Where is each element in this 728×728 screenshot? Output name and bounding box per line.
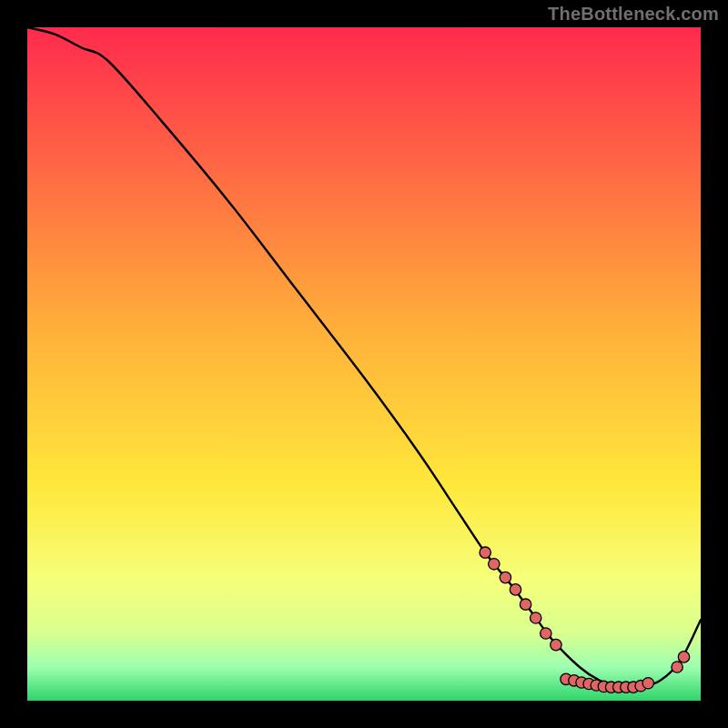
data-marker xyxy=(520,599,531,610)
data-marker xyxy=(642,678,653,689)
data-marker xyxy=(480,547,490,558)
data-marker xyxy=(551,639,561,650)
data-marker xyxy=(510,584,521,595)
data-marker xyxy=(672,662,682,672)
data-marker xyxy=(531,612,541,623)
watermark-text: TheBottleneck.com xyxy=(548,4,719,25)
bottleneck-chart xyxy=(0,0,728,728)
gradient-plot-area xyxy=(27,27,701,701)
data-marker xyxy=(500,571,511,582)
data-marker xyxy=(678,652,689,662)
data-marker xyxy=(489,559,500,570)
chart-stage: TheBottleneck.com xyxy=(0,0,728,728)
data-marker xyxy=(541,628,551,639)
